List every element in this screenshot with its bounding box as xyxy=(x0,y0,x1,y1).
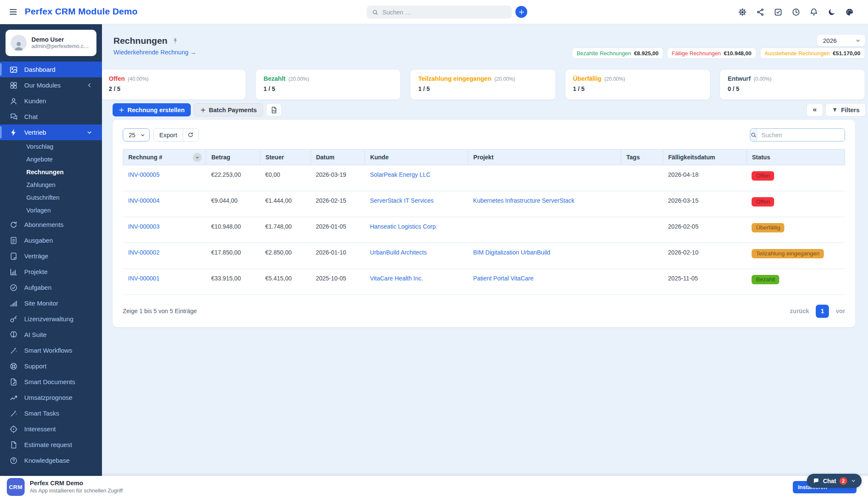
chat-icon xyxy=(813,478,820,484)
cell-status: Teilzahlung eingegangen xyxy=(746,243,845,269)
status-badge: Teilzahlung eingegangen xyxy=(752,249,823,258)
sidebar-item-support[interactable]: Support xyxy=(0,358,102,374)
sidebar-item-site-monitor[interactable]: Site Monitor xyxy=(0,295,102,311)
batch-payments-button[interactable]: Batch Payments xyxy=(194,103,263,116)
sidebar-item-our-modules[interactable]: Our Modules xyxy=(0,77,102,93)
sidebar-item-vorschlag[interactable]: Vorschlag xyxy=(0,140,102,153)
column-header-projekt[interactable]: Projekt xyxy=(468,150,621,165)
sort-chevron-down-icon[interactable] xyxy=(193,153,202,162)
share-icon[interactable] xyxy=(756,8,765,17)
year-select[interactable]: 2026 xyxy=(817,35,865,46)
status-card-offen[interactable]: Offen (40.00%) 2 / 5 xyxy=(101,69,246,100)
invoice-link[interactable]: INV-000004 xyxy=(128,197,160,204)
invoice-link[interactable]: INV-000005 xyxy=(128,171,160,178)
sidebar-item-abonnements[interactable]: Abonnements xyxy=(0,217,102,232)
sidebar-item-lizenzverwaltung[interactable]: Lizenzverwaltung xyxy=(0,311,102,327)
sidebar-item-zahlungen[interactable]: Zahlungen xyxy=(0,178,102,191)
sidebar-item-vertr-ge[interactable]: Verträge xyxy=(0,248,102,264)
sidebar-item-kunden[interactable]: Kunden xyxy=(0,93,102,109)
sidebar-item-projekte[interactable]: Projekte xyxy=(0,264,102,280)
sidebar-menu: Dashboard Our Modules Kunden xyxy=(0,62,102,468)
pdf-export-button[interactable]: PDF xyxy=(266,103,282,116)
sidebar-item-umsatzprognose[interactable]: Umsatzprognose xyxy=(0,390,102,405)
export-button[interactable]: Export xyxy=(154,129,183,141)
column-header-betrag[interactable]: Betrag xyxy=(206,150,260,165)
project-link[interactable]: BIM Digitalization UrbanBuild xyxy=(473,249,550,256)
sidebar-item-vorlagen[interactable]: Vorlagen xyxy=(0,204,102,217)
sidebar-item-rechnungen[interactable]: Rechnungen xyxy=(0,166,102,178)
sidebar-item-ausgaben[interactable]: Ausgaben xyxy=(0,232,102,248)
invoice-row: INV-000004€9.044,00€1.444,002026-02-15Se… xyxy=(123,191,845,217)
filters-button[interactable]: Filters xyxy=(826,103,866,116)
moon-icon[interactable] xyxy=(827,8,836,17)
sidebar-item-dashboard[interactable]: Dashboard xyxy=(0,62,102,77)
column-header-steuer[interactable]: Steuer xyxy=(260,150,311,165)
quick-add-button[interactable] xyxy=(515,6,527,18)
collapse-columns-button[interactable]: « xyxy=(806,103,823,116)
palette-icon[interactable] xyxy=(845,8,854,17)
chevron-down-icon xyxy=(86,129,93,136)
sidebar-item-smart-workflows[interactable]: Smart Workflows xyxy=(0,342,102,358)
status-card-bezahlt[interactable]: Bezahlt (20.00%) 1 / 5 xyxy=(255,69,401,100)
sidebar-item-interessent[interactable]: Interessent xyxy=(0,421,102,437)
pagination-page-1[interactable]: 1 xyxy=(816,305,829,318)
column-header-tags[interactable]: Tags xyxy=(621,150,663,165)
table-header-row: Rechnung #BetragSteuerDatumKundeProjektT… xyxy=(123,150,845,165)
sidebar-item-estimate-request[interactable]: Estimate request xyxy=(0,437,102,453)
summary-badge-ausstehende-rechnungen: Ausstehende Rechnungen €51.170,00 xyxy=(760,48,865,59)
global-search-input[interactable] xyxy=(382,9,507,16)
status-badge: Offen xyxy=(752,171,774,181)
customer-link[interactable]: VitaCare Health Inc. xyxy=(370,275,423,282)
column-header-kunde[interactable]: Kunde xyxy=(365,150,468,165)
per-page-select[interactable]: 25 xyxy=(123,128,150,141)
create-invoice-button[interactable]: Rechnung erstellen xyxy=(113,103,191,116)
global-search[interactable] xyxy=(367,6,512,19)
sidebar-item-aufgaben[interactable]: Aufgaben xyxy=(0,280,102,295)
crm-app-logo: CRM xyxy=(7,478,25,496)
invoice-link[interactable]: INV-000003 xyxy=(128,223,160,230)
column-header-rechnung[interactable]: Rechnung # xyxy=(123,150,206,165)
project-link[interactable]: Patient Portal VitaCare xyxy=(473,275,534,282)
customer-link[interactable]: SolarPeak Energy LLC xyxy=(370,171,430,178)
sidebar-item-ai-suite[interactable]: AI Suite xyxy=(0,327,102,342)
sidebar-item-vertrieb[interactable]: Vertrieb xyxy=(0,124,102,140)
customer-link[interactable]: Hanseatic Logistics Corp. xyxy=(370,223,438,230)
status-card-entwurf[interactable]: Entwurf (0.00%) 0 / 5 xyxy=(720,69,865,100)
project-link[interactable]: Kubernetes Infrastructure ServerStack xyxy=(473,197,574,204)
sidebar-item-smart-documents[interactable]: Smart Documents xyxy=(0,374,102,390)
bell-icon[interactable] xyxy=(809,8,818,17)
status-card-teilzahlung-eingegangen[interactable]: Teilzahlung eingegangen (20.00%) 1 / 5 xyxy=(410,69,555,100)
pin-icon[interactable] xyxy=(172,37,179,45)
sidebar-item-knowledgebase[interactable]: Knowledgebase xyxy=(0,453,102,468)
double-chevron-left-icon: « xyxy=(813,106,817,114)
sidebar-item-chat[interactable]: Chat xyxy=(0,109,102,124)
invoice-link[interactable]: INV-000002 xyxy=(128,249,160,256)
contract-icon xyxy=(9,252,18,260)
column-header-f-lligkeitsdatum[interactable]: Fälligkeitsdatum xyxy=(663,150,746,165)
summary-badge-bezahlte-rechnungen: Bezahlte Rechnungen €8.925,00 xyxy=(572,48,663,59)
cell-tax: €0,00 xyxy=(260,165,311,191)
reload-button[interactable] xyxy=(183,129,198,141)
customer-link[interactable]: UrbanBuild Architects xyxy=(370,249,427,256)
sidebar-item-smart-tasks[interactable]: Smart Tasks xyxy=(0,405,102,421)
chat-widget[interactable]: Chat 2 xyxy=(807,474,862,488)
column-header-datum[interactable]: Datum xyxy=(311,150,365,165)
menu-icon[interactable] xyxy=(8,7,18,17)
user-card[interactable]: Demo User admin@perfexdemo.c… xyxy=(6,30,96,56)
column-header-status[interactable]: Status xyxy=(746,150,845,165)
status-card-berf-llig[interactable]: Überfällig (20.00%) 1 / 5 xyxy=(565,69,710,100)
sidebar-item-angebote[interactable]: Angebote xyxy=(0,153,102,166)
invoice-link[interactable]: INV-000001 xyxy=(128,275,160,282)
check-square-icon[interactable] xyxy=(774,8,783,17)
chevron-down-icon xyxy=(851,478,856,484)
clock-icon[interactable] xyxy=(792,8,800,17)
pagination-next[interactable]: vor xyxy=(836,308,845,314)
pagination: zurück 1 vor xyxy=(790,305,845,318)
sidebar-item-gutschriften[interactable]: Gutschriften xyxy=(0,191,102,204)
customer-link[interactable]: ServerStack IT Services xyxy=(370,197,434,204)
cell-status: Offen xyxy=(746,191,845,217)
gear-icon[interactable] xyxy=(738,8,747,17)
recurring-invoices-link[interactable]: Wiederkehrende Rechnung → xyxy=(113,49,196,56)
table-search-input[interactable] xyxy=(757,129,845,141)
pagination-prev[interactable]: zurück xyxy=(790,308,809,314)
